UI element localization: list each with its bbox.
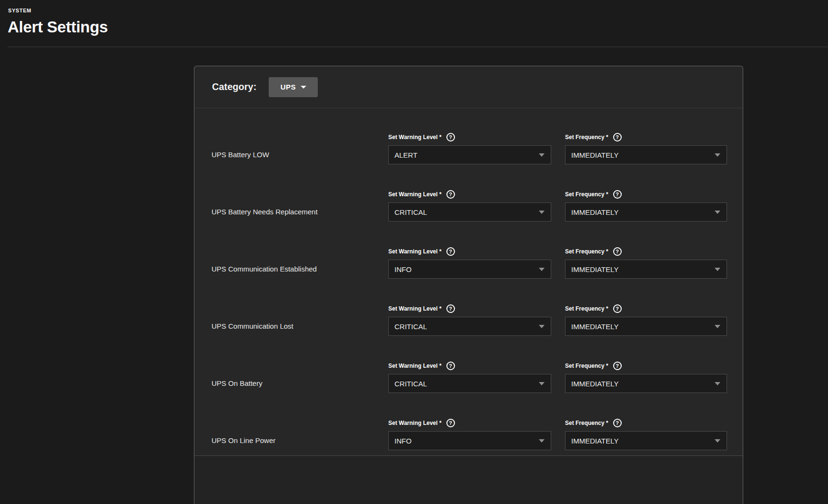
warning-level-value: CRITICAL bbox=[394, 208, 427, 216]
table-row: UPS Battery Needs Replacement Set Warnin… bbox=[194, 165, 743, 222]
chevron-down-icon bbox=[539, 211, 545, 214]
warning-level-value: CRITICAL bbox=[394, 323, 427, 331]
chevron-down-icon bbox=[715, 211, 720, 214]
warning-level-field: Set Warning Level * ? ALERT bbox=[388, 108, 551, 165]
table-row: UPS Communication Established Set Warnin… bbox=[194, 222, 743, 280]
panel-footer-area bbox=[194, 456, 743, 504]
table-row: UPS On Line Power Set Warning Level * ? … bbox=[194, 394, 743, 451]
table-row: UPS On Battery Set Warning Level * ? CRI… bbox=[194, 337, 743, 394]
frequency-select[interactable]: IMMEDIATELY bbox=[565, 260, 727, 279]
help-icon[interactable]: ? bbox=[446, 247, 455, 256]
warning-level-field: Set Warning Level * ? CRITICAL bbox=[388, 337, 551, 394]
chevron-down-icon bbox=[301, 86, 306, 89]
warning-level-select[interactable]: CRITICAL bbox=[388, 374, 551, 393]
help-icon[interactable]: ? bbox=[446, 190, 455, 199]
help-icon[interactable]: ? bbox=[613, 133, 622, 141]
warning-level-value: INFO bbox=[394, 265, 412, 273]
frequency-select[interactable]: IMMEDIATELY bbox=[565, 317, 727, 336]
frequency-field: Set Frequency * ? IMMEDIATELY bbox=[565, 337, 727, 394]
warning-level-field: Set Warning Level * ? INFO bbox=[388, 222, 551, 280]
frequency-label: Set Frequency * bbox=[565, 363, 608, 369]
frequency-label: Set Frequency * bbox=[565, 248, 608, 255]
help-icon[interactable]: ? bbox=[446, 133, 455, 141]
chevron-down-icon bbox=[715, 325, 720, 328]
warning-level-label: Set Warning Level * bbox=[388, 363, 442, 369]
warning-level-select[interactable]: CRITICAL bbox=[388, 317, 551, 336]
category-dropdown-button[interactable]: UPS bbox=[269, 77, 318, 97]
frequency-field: Set Frequency * ? IMMEDIATELY bbox=[565, 222, 727, 280]
help-icon[interactable]: ? bbox=[613, 247, 622, 256]
warning-level-select[interactable]: INFO bbox=[388, 260, 551, 279]
frequency-field: Set Frequency * ? IMMEDIATELY bbox=[565, 280, 727, 337]
frequency-field: Set Frequency * ? IMMEDIATELY bbox=[565, 108, 727, 165]
alert-name: UPS On Line Power bbox=[212, 394, 388, 451]
chevron-down-icon bbox=[715, 382, 720, 385]
frequency-select[interactable]: IMMEDIATELY bbox=[565, 431, 727, 450]
chevron-down-icon bbox=[539, 268, 545, 271]
page-title: Alert Settings bbox=[8, 18, 108, 36]
frequency-field: Set Frequency * ? IMMEDIATELY bbox=[565, 165, 727, 222]
alert-name: UPS Communication Established bbox=[212, 222, 388, 280]
warning-level-field: Set Warning Level * ? INFO bbox=[388, 394, 551, 451]
warning-level-field: Set Warning Level * ? CRITICAL bbox=[388, 165, 551, 222]
warning-level-field: Set Warning Level * ? CRITICAL bbox=[388, 280, 551, 337]
frequency-label: Set Frequency * bbox=[565, 134, 608, 141]
chevron-down-icon bbox=[539, 153, 545, 157]
category-dropdown-value: UPS bbox=[281, 83, 296, 91]
alert-name: UPS Battery LOW bbox=[212, 108, 388, 165]
alert-settings-page: { "page": { "kicker": "SYSTEM", "title":… bbox=[0, 0, 828, 504]
chevron-down-icon bbox=[715, 439, 720, 443]
help-icon[interactable]: ? bbox=[446, 304, 455, 313]
frequency-field: Set Frequency * ? IMMEDIATELY bbox=[565, 394, 727, 451]
warning-level-label: Set Warning Level * bbox=[388, 305, 442, 312]
chevron-down-icon bbox=[539, 382, 545, 385]
alert-name: UPS Communication Lost bbox=[212, 280, 388, 337]
warning-level-select[interactable]: CRITICAL bbox=[388, 202, 551, 222]
warning-level-label: Set Warning Level * bbox=[388, 134, 442, 141]
warning-level-label: Set Warning Level * bbox=[388, 191, 442, 198]
chevron-down-icon bbox=[715, 268, 720, 271]
warning-level-select[interactable]: INFO bbox=[388, 431, 551, 450]
chevron-down-icon bbox=[539, 439, 545, 443]
frequency-value: IMMEDIATELY bbox=[571, 437, 618, 445]
alert-rows: UPS Battery LOW Set Warning Level * ? AL… bbox=[194, 108, 743, 451]
alert-settings-panel: Category: UPS UPS Battery LOW Set Warnin… bbox=[194, 66, 743, 504]
frequency-value: IMMEDIATELY bbox=[571, 208, 618, 216]
frequency-select[interactable]: IMMEDIATELY bbox=[565, 145, 727, 164]
frequency-value: IMMEDIATELY bbox=[571, 380, 618, 388]
frequency-label: Set Frequency * bbox=[565, 420, 608, 426]
frequency-value: IMMEDIATELY bbox=[571, 323, 618, 331]
warning-level-value: INFO bbox=[394, 437, 412, 445]
warning-level-value: CRITICAL bbox=[394, 380, 427, 388]
chevron-down-icon bbox=[539, 325, 545, 328]
frequency-value: IMMEDIATELY bbox=[571, 265, 618, 273]
alert-name: UPS Battery Needs Replacement bbox=[212, 165, 388, 222]
table-row: UPS Battery LOW Set Warning Level * ? AL… bbox=[194, 108, 743, 165]
help-icon[interactable]: ? bbox=[446, 419, 455, 427]
help-icon[interactable]: ? bbox=[613, 362, 622, 370]
frequency-label: Set Frequency * bbox=[565, 191, 608, 198]
category-header: Category: UPS bbox=[194, 66, 743, 108]
frequency-value: IMMEDIATELY bbox=[571, 151, 618, 159]
frequency-select[interactable]: IMMEDIATELY bbox=[565, 374, 727, 393]
alert-name: UPS On Battery bbox=[212, 337, 388, 394]
frequency-label: Set Frequency * bbox=[565, 305, 608, 312]
table-row: UPS Communication Lost Set Warning Level… bbox=[194, 280, 743, 337]
section-kicker: SYSTEM bbox=[8, 8, 31, 13]
category-label: Category: bbox=[212, 81, 256, 92]
help-icon[interactable]: ? bbox=[613, 304, 622, 313]
chevron-down-icon bbox=[715, 153, 720, 157]
help-icon[interactable]: ? bbox=[613, 419, 622, 427]
header-divider bbox=[8, 47, 828, 47]
warning-level-value: ALERT bbox=[394, 151, 417, 159]
warning-level-select[interactable]: ALERT bbox=[388, 145, 551, 164]
warning-level-label: Set Warning Level * bbox=[388, 420, 442, 426]
help-icon[interactable]: ? bbox=[613, 190, 622, 199]
help-icon[interactable]: ? bbox=[446, 362, 455, 370]
frequency-select[interactable]: IMMEDIATELY bbox=[565, 202, 727, 222]
warning-level-label: Set Warning Level * bbox=[388, 248, 442, 255]
